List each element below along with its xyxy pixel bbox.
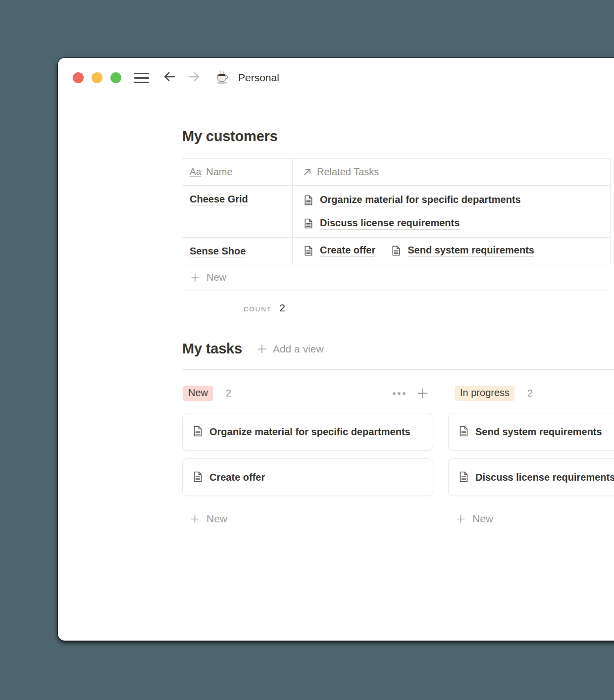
card-title: Send system requirements [475,426,602,437]
customer-link[interactable]: Cheese Grid [190,194,248,205]
column-header-name[interactable]: Aa Name [182,159,292,185]
minimize-window-button[interactable] [92,72,102,83]
desktop: { "window": { "titlebar": { "page_icon":… [0,0,614,700]
page-icon [458,425,469,437]
tasks-heading: My tasks [182,341,242,357]
status-badge-in-progress: In progress [455,386,514,401]
forward-icon[interactable] [187,69,202,86]
table-row: Sense Shoe Create offer Send system requ… [182,238,611,264]
status-badge-new: New [183,386,213,401]
add-view-button[interactable]: Add a view [256,343,324,355]
page-icon [303,195,314,206]
coffee-emoji-icon [213,69,230,86]
breadcrumb-page-title[interactable]: Personal [238,72,279,84]
column-header-related-tasks[interactable]: Related Tasks [292,159,611,185]
task-link[interactable]: Send system requirements [408,245,534,257]
board-divider [182,369,614,370]
card-title: Organize material for specific departmen… [209,426,410,437]
card-title: Discuss license requirements [475,472,614,483]
column-header-name-label: Name [206,166,232,178]
table-new-row-label: New [206,272,226,283]
customers-heading: My customers [182,128,614,145]
column-count: 2 [226,388,231,399]
page-icon [192,425,204,437]
plus-icon [256,343,268,355]
column-cards: Organize material for specific departmen… [182,413,433,496]
page-icon [303,245,314,256]
table-count-footer[interactable]: COUNT 2 [182,291,292,314]
task-link[interactable]: Organize material for specific departmen… [320,194,521,206]
task-link[interactable]: Discuss license requirements [320,217,460,230]
board-column-in-progress: In progress 2 Send system requirements D… [448,386,614,525]
relation-arrow-icon [303,167,312,177]
app-window: Personal My customers Aa Name Related Ta… [58,58,614,641]
task-card[interactable]: Create offer [182,458,433,496]
table-row: Cheese Grid Organize material for specif… [182,186,611,238]
task-link[interactable]: Create offer [320,245,375,257]
customer-link[interactable]: Sense Shoe [190,246,246,257]
count-value: 2 [279,302,285,313]
page-icon [303,218,314,229]
plus-icon [455,513,466,525]
column-new-card-label: New [206,513,227,525]
customers-table: Aa Name Related Tasks Cheese Grid [182,158,611,314]
task-card[interactable]: Discuss license requirements [448,458,614,496]
column-cards: Send system requirements Discuss license… [448,413,614,496]
table-header-row: Aa Name Related Tasks [182,159,611,186]
column-new-card-button[interactable]: New [448,513,614,525]
tasks-section-header: My tasks Add a view [182,341,614,357]
titlebar: Personal [58,58,614,98]
traffic-lights [73,72,121,83]
back-icon[interactable] [162,69,177,86]
page-icon [390,245,402,256]
column-new-card-label: New [472,513,493,525]
column-options-icon[interactable] [392,392,406,396]
page-icon [192,471,204,483]
column-header: New 2 [182,386,433,401]
page-icon [458,471,469,483]
column-count: 2 [527,388,533,399]
board-column-new: New 2 Organize ma [182,386,433,525]
tasks-board: New 2 Organize ma [182,386,614,525]
column-header: In progress 2 [448,386,614,401]
card-title: Create offer [209,472,265,483]
plus-icon [189,513,201,525]
count-label: COUNT [244,305,272,313]
page-content: My customers Aa Name Related Tasks Chees… [58,98,614,525]
add-view-label: Add a view [273,343,324,355]
task-card[interactable]: Send system requirements [448,413,614,450]
column-add-card-icon[interactable] [416,387,429,400]
task-card[interactable]: Organize material for specific departmen… [182,413,433,450]
sidebar-toggle-icon[interactable] [134,73,149,83]
zoom-window-button[interactable] [110,72,121,83]
plus-icon [190,272,201,283]
column-header-related-tasks-label: Related Tasks [317,166,379,178]
table-new-row-button[interactable]: New [182,264,611,291]
column-new-card-button[interactable]: New [182,513,433,525]
close-window-button[interactable] [73,72,84,83]
text-property-icon: Aa [190,167,201,178]
